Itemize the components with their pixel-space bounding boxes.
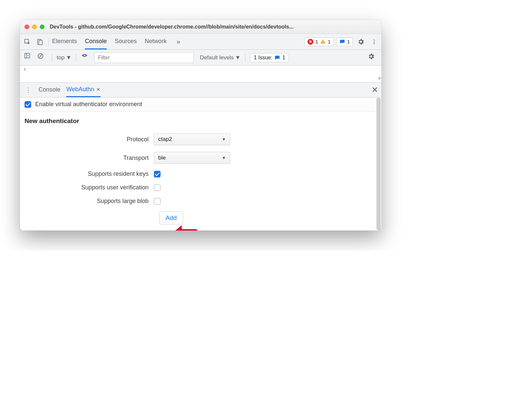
levels-label: Default levels [200, 54, 233, 61]
errors-warnings-badge[interactable]: ✕ 1 1 [304, 37, 334, 46]
console-filter-bar: top ▼ Default levels ▼ 1 Issue: 1 [20, 50, 381, 66]
scrollbar-thumb[interactable] [378, 77, 381, 80]
inspect-element-icon[interactable] [22, 36, 33, 47]
enable-virtual-authenticator-checkbox[interactable] [25, 101, 31, 108]
caret-down-icon: ▼ [66, 54, 72, 61]
drawer-tab-webauthn[interactable]: WebAuthn ✕ [66, 83, 100, 97]
scrollbar-thumb[interactable] [376, 98, 381, 231]
console-prompt-icon: › [24, 66, 26, 73]
large-blob-row: Supports large blob [25, 198, 377, 205]
svg-rect-8 [25, 53, 30, 58]
svg-rect-2 [39, 40, 42, 45]
divider [76, 54, 76, 62]
issues-button[interactable]: 1 Issue: 1 [250, 53, 289, 62]
console-output: › [20, 66, 381, 82]
live-expression-icon[interactable] [81, 53, 91, 63]
enable-label: Enable virtual authenticator environment [35, 101, 142, 108]
drawer-menu-icon[interactable]: ⋮ [23, 86, 33, 94]
enable-virtual-authenticator-row: Enable virtual authenticator environment [20, 98, 381, 111]
context-label: top [57, 54, 65, 61]
resident-keys-checkbox[interactable] [154, 171, 161, 177]
divider [52, 54, 52, 62]
toolbar-right: ✕ 1 1 1 [304, 36, 379, 47]
issues-badge[interactable]: 1 [336, 37, 353, 46]
more-tabs-icon[interactable]: » [174, 38, 182, 45]
protocol-select[interactable]: ctap2 ▼ [154, 133, 230, 145]
log-levels-selector[interactable]: Default levels ▼ [200, 54, 240, 61]
add-button[interactable]: Add [159, 211, 183, 225]
svg-rect-3 [323, 41, 323, 42]
context-selector[interactable]: top ▼ [57, 54, 71, 61]
filter-input[interactable] [94, 52, 194, 63]
device-toolbar-icon[interactable] [34, 36, 45, 47]
issue-count: 1 [347, 39, 350, 44]
warning-icon [320, 39, 326, 44]
settings-icon[interactable] [356, 36, 366, 47]
error-count: 1 [315, 39, 318, 44]
caret-down-icon: ▼ [235, 54, 241, 61]
transport-select[interactable]: ble ▼ [154, 152, 230, 164]
transport-row: Transport ble ▼ [25, 152, 377, 164]
close-drawer-icon[interactable]: ✕ [371, 85, 378, 95]
webauthn-panel: Enable virtual authenticator environment… [20, 98, 381, 231]
console-settings-icon[interactable] [367, 53, 377, 63]
svg-rect-4 [323, 42, 323, 43]
traffic-lights [25, 25, 44, 29]
window-title: DevTools - github.com/GoogleChrome/devel… [50, 24, 294, 30]
drawer-tab-label: WebAuthn [66, 86, 94, 93]
resident-keys-row: Supports resident keys [25, 170, 377, 177]
issues-label: 1 Issue: [254, 55, 272, 61]
protocol-value: ctap2 [158, 136, 172, 143]
devtools-window: DevTools - github.com/GoogleChrome/devel… [20, 20, 381, 231]
resident-keys-label: Supports resident keys [25, 170, 154, 177]
console-sidebar-toggle-icon[interactable] [24, 53, 34, 63]
large-blob-label: Supports large blob [25, 198, 154, 205]
tab-console[interactable]: Console [85, 34, 107, 49]
drawer-tab-console[interactable]: Console [38, 83, 60, 97]
kebab-menu-icon[interactable] [369, 36, 379, 47]
tab-elements[interactable]: Elements [52, 34, 77, 49]
maximize-window-button[interactable] [40, 25, 44, 29]
protocol-row: Protocol ctap2 ▼ [25, 133, 377, 145]
large-blob-checkbox[interactable] [154, 198, 161, 205]
user-verification-label: Supports user verification [25, 184, 154, 191]
transport-value: ble [158, 155, 166, 161]
main-toolbar: Elements Console Sources Network » ✕ 1 1… [20, 34, 381, 50]
close-window-button[interactable] [25, 25, 29, 29]
section-title: New authenticator [25, 117, 377, 125]
svg-point-5 [374, 39, 375, 40]
issues-count: 1 [282, 55, 285, 61]
svg-point-6 [374, 41, 375, 42]
user-verification-row: Supports user verification [25, 184, 377, 191]
error-icon: ✕ [307, 39, 313, 45]
tab-sources[interactable]: Sources [115, 34, 137, 49]
clear-console-icon[interactable] [37, 53, 47, 63]
protocol-label: Protocol [25, 136, 154, 143]
issue-icon [274, 55, 280, 61]
new-authenticator-section: New authenticator Protocol ctap2 ▼ Trans… [20, 111, 381, 231]
titlebar: DevTools - github.com/GoogleChrome/devel… [20, 20, 381, 34]
vertical-scrollbar[interactable] [376, 98, 381, 231]
main-tabs: Elements Console Sources Network » [52, 34, 182, 49]
user-verification-checkbox[interactable] [154, 184, 161, 191]
svg-point-7 [374, 43, 375, 44]
minimize-window-button[interactable] [32, 25, 37, 29]
divider [245, 54, 245, 62]
transport-label: Transport [25, 155, 154, 162]
caret-down-icon: ▼ [222, 156, 226, 160]
caret-down-icon: ▼ [222, 137, 226, 142]
issue-icon [339, 39, 345, 45]
drawer-tabs: ⋮ Console WebAuthn ✕ ✕ [20, 82, 381, 98]
close-tab-icon[interactable]: ✕ [96, 87, 100, 93]
tab-network[interactable]: Network [145, 34, 166, 49]
divider [48, 38, 49, 46]
warning-count: 1 [328, 39, 330, 44]
